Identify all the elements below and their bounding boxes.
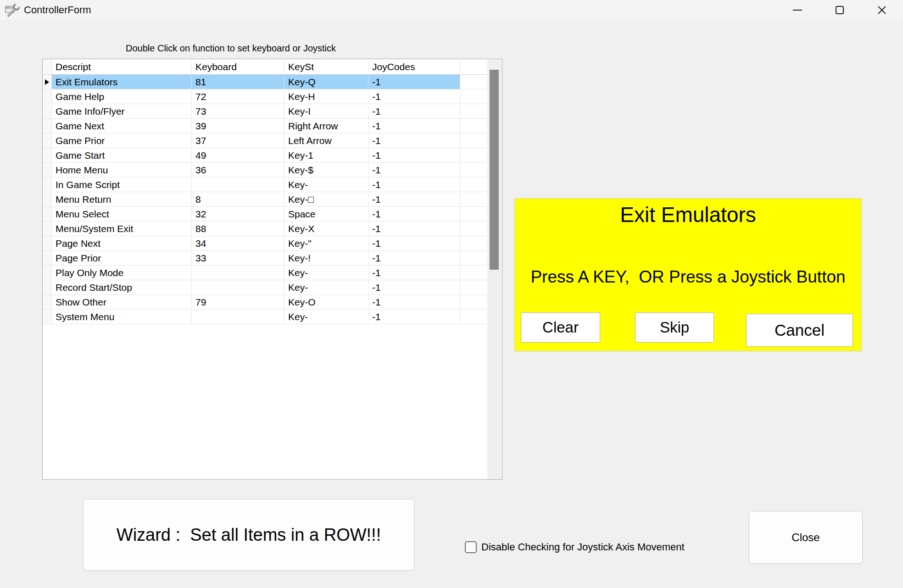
table-row[interactable]: Game Prior 37 Left Arrow -1 <box>43 133 502 148</box>
table-row[interactable]: Page Prior 33 Key-! -1 <box>43 251 502 266</box>
cell-joycodes: -1 <box>368 207 460 221</box>
column-header-joycodes[interactable]: JoyCodes <box>368 59 460 74</box>
keymap-grid: Descript Keyboard KeySt JoyCodes Exit Em… <box>42 59 502 480</box>
cell-joycodes: -1 <box>368 163 460 177</box>
cell-keyst: Key-H <box>284 89 368 104</box>
cell-descript: Menu Select <box>52 207 192 221</box>
cell-keyst: Key-X <box>284 222 368 236</box>
maximize-button[interactable] <box>819 0 861 20</box>
table-row[interactable]: In Game Script Key- -1 <box>43 178 502 192</box>
cell-joycodes: -1 <box>368 192 460 206</box>
scrollbar-thumb[interactable] <box>490 70 499 270</box>
cell-descript: Menu Return <box>52 192 192 206</box>
cell-joycodes: -1 <box>368 133 460 148</box>
cell-keyboard: 36 <box>192 163 284 177</box>
window-controls <box>776 0 903 20</box>
row-selector-cell <box>43 163 52 177</box>
table-row[interactable]: Menu Select 32 Space -1 <box>43 207 502 222</box>
cell-joycodes: -1 <box>368 222 460 236</box>
cell-keyboard <box>192 178 284 192</box>
cell-descript: System Menu <box>52 310 192 324</box>
cell-descript: Game Next <box>52 119 192 133</box>
cell-descript: Exit Emulators <box>52 75 192 89</box>
cell-keyboard: 88 <box>192 222 284 236</box>
row-selector-cell <box>43 280 52 294</box>
cell-keyst: Key-$ <box>284 163 368 177</box>
cell-keyst: Space <box>284 207 368 221</box>
table-row[interactable]: Game Info/Flyer 73 Key-I -1 <box>43 104 502 119</box>
cell-joycodes: -1 <box>368 104 460 118</box>
joystick-axis-checkbox[interactable] <box>465 541 477 553</box>
key-capture-panel: Exit Emulators Press A KEY, OR Press a J… <box>514 198 862 351</box>
cell-keyst: Key-□ <box>284 192 368 206</box>
cell-joycodes: -1 <box>368 119 460 133</box>
cell-keyboard: 34 <box>192 236 284 250</box>
grid-vertical-scrollbar[interactable] <box>487 60 502 479</box>
cell-joycodes: -1 <box>368 75 460 89</box>
minimize-button[interactable] <box>776 0 819 20</box>
cell-keyboard: 39 <box>192 119 284 133</box>
cell-joycodes: -1 <box>368 280 460 294</box>
table-row[interactable]: System Menu Key- -1 <box>43 310 502 324</box>
capture-panel-prompt: Press A KEY, OR Press a Joystick Button <box>515 267 861 287</box>
cell-keyst: Key-O <box>284 295 368 309</box>
cell-keyst: Key-I <box>284 104 368 118</box>
table-row[interactable]: Home Menu 36 Key-$ -1 <box>43 163 502 178</box>
cell-keyst: Key-Q <box>284 75 368 89</box>
row-selector-cell <box>43 310 52 324</box>
cell-descript: Page Prior <box>52 251 192 265</box>
cell-descript: Menu/System Exit <box>52 222 192 236</box>
table-row[interactable]: Exit Emulators 81 Key-Q -1 <box>43 75 502 89</box>
table-row[interactable]: Game Start 49 Key-1 -1 <box>43 148 502 163</box>
cell-joycodes: -1 <box>368 266 460 280</box>
cell-keyboard <box>192 266 284 280</box>
selected-row-arrow-icon <box>45 79 49 85</box>
cancel-button[interactable]: Cancel <box>746 314 853 347</box>
table-row[interactable]: Page Next 34 Key-" -1 <box>43 236 502 251</box>
close-button[interactable]: Close <box>749 511 863 564</box>
table-row[interactable]: Game Help 72 Key-H -1 <box>43 89 502 104</box>
row-selector-cell <box>43 89 52 104</box>
close-window-button[interactable] <box>861 0 903 20</box>
row-selector-cell <box>43 207 52 221</box>
cell-joycodes: -1 <box>368 236 460 250</box>
cell-joycodes: -1 <box>368 89 460 104</box>
cell-keyst: Left Arrow <box>284 133 368 148</box>
close-icon <box>877 6 886 15</box>
table-row[interactable]: Show Other 79 Key-O -1 <box>43 295 502 310</box>
cell-keyboard: 81 <box>192 75 284 89</box>
cell-keyst: Key- <box>284 178 368 192</box>
cell-descript: Home Menu <box>52 163 192 177</box>
row-selector-cell <box>43 133 52 148</box>
cell-keyboard: 8 <box>192 192 284 206</box>
cell-descript: Game Help <box>52 89 192 104</box>
column-header-descript[interactable]: Descript <box>52 59 192 74</box>
cell-descript: Game Start <box>52 148 192 162</box>
cell-keyboard: 37 <box>192 133 284 148</box>
cell-keyboard <box>192 310 284 324</box>
skip-button[interactable]: Skip <box>635 312 714 343</box>
column-header-keyst[interactable]: KeySt <box>284 59 368 74</box>
cell-keyst: Key- <box>284 310 368 324</box>
row-selector-cell <box>43 266 52 280</box>
cell-descript: Show Other <box>52 295 192 309</box>
wizard-button[interactable]: Wizard : Set all Items in a ROW!!! <box>83 499 414 571</box>
cell-descript: Game Prior <box>52 133 192 148</box>
cell-descript: Record Start/Stop <box>52 280 192 294</box>
cell-descript: Page Next <box>52 236 192 250</box>
cell-joycodes: -1 <box>368 148 460 162</box>
table-row[interactable]: Play Only Mode Key- -1 <box>43 266 502 280</box>
table-row[interactable]: Record Start/Stop Key- -1 <box>43 280 502 295</box>
table-row[interactable]: Menu/System Exit 88 Key-X -1 <box>43 222 502 236</box>
window-title: ControllerForm <box>24 4 91 16</box>
cell-keyboard: 49 <box>192 148 284 162</box>
clear-button[interactable]: Clear <box>521 312 600 343</box>
cell-keyboard: 79 <box>192 295 284 309</box>
grid-instruction-label: Double Click on function to set keyboard… <box>111 43 350 54</box>
column-header-keyboard[interactable]: Keyboard <box>192 59 284 74</box>
table-row[interactable]: Menu Return 8 Key-□ -1 <box>43 192 502 207</box>
table-row[interactable]: Game Next 39 Right Arrow -1 <box>43 119 502 133</box>
header-selector-cell <box>43 59 52 74</box>
row-selector-cell <box>43 75 52 89</box>
cell-descript: Game Info/Flyer <box>52 104 192 118</box>
